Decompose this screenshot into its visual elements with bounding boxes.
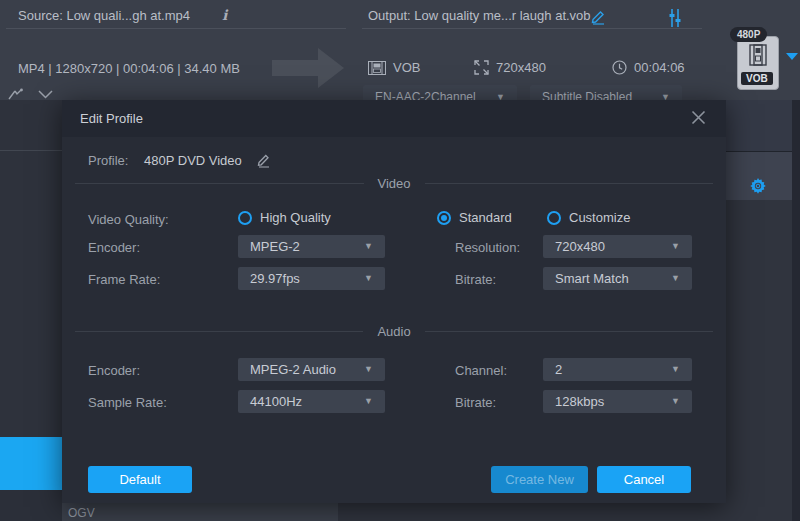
- radio-customize[interactable]: Customize: [547, 210, 630, 225]
- convert-button-partial[interactable]: [0, 437, 62, 490]
- radio-label: Standard: [459, 210, 512, 225]
- resolution-expand-icon: [474, 60, 489, 75]
- dropdown-value: 29.97fps: [250, 271, 300, 286]
- output-duration: 00:04:06: [634, 60, 685, 75]
- radio-high-quality[interactable]: High Quality: [238, 210, 331, 225]
- radio-circle-checked: [437, 211, 451, 225]
- video-encoder-dropdown[interactable]: MPEG-2 ▼: [238, 235, 385, 258]
- cancel-button[interactable]: Cancel: [597, 466, 691, 493]
- edit-profile-dialog: Edit Profile Profile: 480P DVD Video Vid…: [62, 100, 726, 503]
- profile-dropdown-arrow-icon[interactable]: [786, 53, 798, 60]
- profile-format-badge: VOB: [741, 72, 773, 85]
- dropdown-value: 2: [555, 362, 562, 377]
- info-icon[interactable]: i: [222, 7, 227, 23]
- top-info-bar: Source: Low quali...gh at.mp4 i MP4 | 12…: [0, 0, 800, 100]
- video-bitrate-dropdown[interactable]: Smart Match ▼: [543, 267, 692, 290]
- sample-rate-dropdown[interactable]: 44100Hz ▼: [238, 390, 385, 413]
- tune-settings-icon[interactable]: [666, 8, 684, 28]
- radio-label: Customize: [569, 210, 630, 225]
- audio-bitrate-dropdown[interactable]: 128kbps ▼: [543, 390, 692, 413]
- chevron-down-icon: ▼: [671, 397, 680, 406]
- film-icon: [368, 61, 386, 75]
- output-filename: Output: Low quality me...r laugh at.vob: [368, 8, 591, 23]
- bottom-left-background: [0, 490, 62, 521]
- dialog-title: Edit Profile: [80, 111, 143, 126]
- source-media-details: MP4 | 1280x720 | 00:04:06 | 34.40 MB: [18, 61, 240, 76]
- video-section-title: Video: [364, 176, 425, 191]
- radio-circle: [238, 211, 252, 225]
- right-edge-column: [792, 100, 800, 521]
- audio-bitrate-label: Bitrate:: [455, 395, 496, 410]
- resolution-label: Resolution:: [455, 240, 520, 255]
- audio-section-header: Audio: [75, 324, 713, 339]
- chevron-down-icon: ▼: [364, 365, 373, 374]
- resolution-dropdown[interactable]: 720x480 ▼: [543, 235, 692, 258]
- video-encoder-label: Encoder:: [88, 240, 140, 255]
- left-divider: [0, 150, 62, 151]
- output-divider: [362, 28, 702, 29]
- chevron-down-icon: ▼: [364, 242, 373, 251]
- source-divider: [6, 28, 346, 29]
- format-list-row[interactable]: OGV: [62, 503, 338, 521]
- frame-rate-dropdown[interactable]: 29.97fps ▼: [238, 267, 385, 290]
- frame-rate-label: Frame Rate:: [88, 272, 160, 287]
- close-icon[interactable]: [691, 110, 706, 125]
- dropdown-value: MPEG-2 Audio: [250, 362, 336, 377]
- output-format: VOB: [393, 60, 420, 75]
- output-resolution: 720x480: [496, 60, 546, 75]
- source-filename: Source: Low quali...gh at.mp4: [18, 8, 190, 23]
- radio-label: High Quality: [260, 210, 331, 225]
- chevron-down-icon: ▼: [671, 274, 680, 283]
- channel-label: Channel:: [455, 363, 507, 378]
- profile-name-value: 480P DVD Video: [144, 153, 242, 168]
- video-quality-label: Video Quality:: [88, 212, 169, 227]
- right-subbar: [726, 100, 792, 152]
- radio-circle: [547, 211, 561, 225]
- audio-section-title: Audio: [363, 324, 424, 339]
- edit-profile-name-icon[interactable]: [256, 152, 272, 168]
- gear-icon[interactable]: [749, 177, 767, 195]
- rename-output-icon[interactable]: [590, 8, 607, 25]
- sample-rate-label: Sample Rate:: [88, 395, 167, 410]
- chevron-down-icon: ▼: [364, 397, 373, 406]
- profile-label: Profile:: [88, 153, 128, 168]
- convert-arrow-icon: [272, 60, 318, 76]
- video-section-header: Video: [75, 176, 713, 191]
- channel-dropdown[interactable]: 2 ▼: [543, 358, 692, 381]
- default-button[interactable]: Default: [88, 466, 192, 493]
- audio-encoder-label: Encoder:: [88, 363, 140, 378]
- dialog-header: Edit Profile: [62, 100, 726, 137]
- chevron-down-icon: ▼: [671, 365, 680, 374]
- radio-standard[interactable]: Standard: [437, 210, 512, 225]
- create-new-button[interactable]: Create New: [491, 466, 588, 493]
- dropdown-value: 128kbps: [555, 394, 604, 409]
- chevron-down-icon: ▼: [671, 242, 680, 251]
- dropdown-value: 44100Hz: [250, 394, 302, 409]
- profile-quality-badge: 480P: [730, 27, 767, 42]
- video-bitrate-label: Bitrate:: [455, 272, 496, 287]
- dropdown-value: 720x480: [555, 239, 605, 254]
- chevron-down-icon: ▼: [364, 274, 373, 283]
- format-list-item-label: OGV: [68, 506, 95, 520]
- convert-arrow-head: [318, 48, 344, 88]
- chevron-down-icon[interactable]: [38, 90, 53, 99]
- audio-encoder-dropdown[interactable]: MPEG-2 Audio ▼: [238, 358, 385, 381]
- clock-icon: [612, 60, 627, 75]
- dropdown-value: MPEG-2: [250, 239, 300, 254]
- dropdown-value: Smart Match: [555, 271, 629, 286]
